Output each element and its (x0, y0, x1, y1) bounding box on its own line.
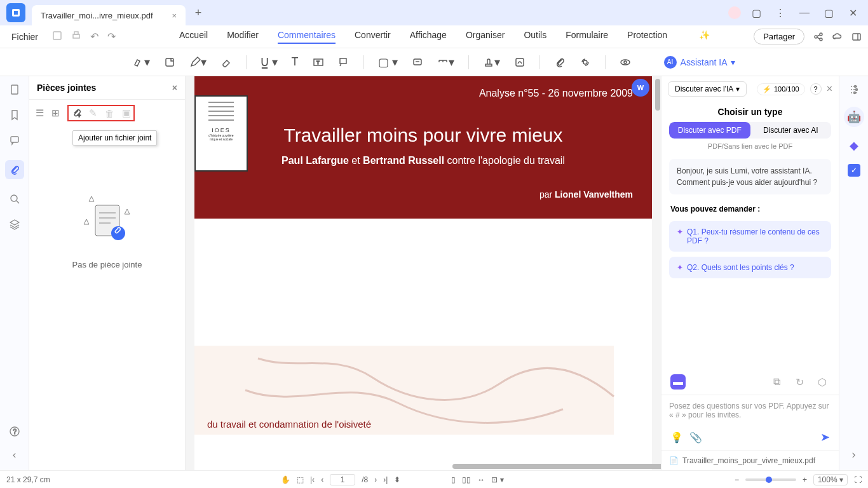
attach-expand-icon[interactable]: ⊞ (51, 107, 60, 119)
note-tool-icon[interactable] (164, 57, 175, 68)
ai-settings-icon[interactable]: ⬡ (815, 374, 830, 390)
ai-mode-dropdown[interactable]: Discuter avec l'IA ▾ (668, 81, 747, 97)
stamp-tool-icon[interactable]: ▾ (483, 55, 500, 69)
convert-word-badge[interactable]: W (632, 79, 649, 97)
more-icon[interactable]: ⋮ (771, 4, 789, 22)
bookmarks-icon[interactable] (9, 109, 20, 121)
save-icon[interactable] (52, 30, 62, 43)
next-page-icon[interactable]: › (374, 475, 377, 484)
measure-tool-icon[interactable]: ▾ (437, 55, 454, 69)
attachments-panel-icon[interactable] (5, 160, 24, 179)
cloud-icon[interactable] (832, 32, 843, 42)
ai-history-icon[interactable]: ↻ (792, 374, 807, 390)
underline-tool-icon[interactable]: U̲ ▾ (261, 55, 278, 69)
link-tool-icon[interactable] (580, 57, 591, 68)
close-panel-icon[interactable]: × (172, 83, 177, 93)
text-tool-icon[interactable]: T (292, 55, 299, 69)
zoom-percent[interactable]: 100% ▾ (813, 474, 848, 485)
menu-outils[interactable]: Outils (524, 30, 546, 44)
ai-suggestion-1[interactable]: ✦Q1. Peux-tu résumer le contenu de ces P… (669, 221, 831, 252)
close-window-icon[interactable]: ✕ (844, 4, 862, 22)
menu-organiser[interactable]: Organiser (466, 30, 505, 44)
properties-icon[interactable] (848, 84, 860, 95)
sticky-note-icon[interactable] (412, 57, 423, 68)
comments-panel-icon[interactable] (9, 135, 20, 146)
ai-tool-icon[interactable]: ◆ (850, 139, 858, 152)
fullscreen-icon[interactable]: ⛶ (854, 475, 862, 484)
new-tab-button[interactable]: + (191, 6, 206, 20)
last-page-icon[interactable]: ›| (383, 475, 388, 484)
ai-assistant-button[interactable]: AI Assistant IA ▾ (664, 56, 736, 69)
menu-protection[interactable]: Protection (627, 30, 667, 44)
signature-tool-icon[interactable] (514, 57, 526, 68)
file-menu[interactable]: Fichier (6, 29, 43, 44)
pencil-tool-icon[interactable]: ▾ (189, 55, 207, 69)
menu-commentaires[interactable]: Commentaires (278, 30, 336, 44)
user-avatar-icon[interactable] (728, 6, 741, 19)
ai-help-icon[interactable]: ? (810, 83, 822, 95)
collapse-right-icon[interactable]: › (852, 448, 856, 461)
ai-attach-icon[interactable]: 📎 (689, 431, 702, 444)
collapse-left-icon[interactable]: ‹ (13, 449, 17, 461)
share-button[interactable]: Partager (754, 29, 804, 44)
shape-tool-icon[interactable]: ▢ ▾ (378, 55, 398, 69)
layers-icon[interactable] (9, 219, 20, 230)
prev-page-icon[interactable]: ‹ (321, 475, 323, 484)
ai-toggle-general[interactable]: Discuter avec AI (750, 122, 832, 139)
maximize-icon[interactable]: ▢ (820, 4, 837, 22)
print-icon[interactable] (71, 30, 81, 43)
zoom-slider[interactable] (745, 478, 796, 481)
fit-width-icon[interactable]: ↔ (477, 475, 485, 484)
attach-tool-icon[interactable] (554, 57, 566, 68)
search-panel-icon[interactable] (9, 193, 20, 205)
thumbnails-icon[interactable] (9, 84, 20, 95)
ai-copy-icon[interactable]: ⧉ (769, 374, 784, 390)
add-attachment-icon[interactable]: + (71, 108, 81, 118)
page-number-input[interactable]: 1 (330, 474, 355, 485)
feedback-icon[interactable]: ▢ (747, 4, 765, 22)
document-tab[interactable]: Travailler_moi...ivre_mieux.pdf × (32, 5, 186, 25)
ai-toggle-pdf[interactable]: Discuter avec PDF (669, 122, 750, 139)
save-attachment-icon[interactable]: ▣ (122, 107, 131, 119)
undo-icon[interactable]: ↶ (90, 30, 98, 43)
edit-attachment-icon[interactable]: ✎ (89, 107, 97, 119)
minimize-icon[interactable]: ― (796, 4, 813, 22)
horizontal-scrollbar[interactable] (376, 463, 458, 470)
fit-page-icon[interactable]: ⊡ ▾ (491, 475, 503, 484)
zoom-in-icon[interactable]: + (803, 475, 807, 484)
ai-sparkle-icon[interactable]: ✨ (699, 30, 710, 44)
two-page-icon[interactable]: ▯▯ (462, 475, 471, 484)
share-icon[interactable] (813, 32, 824, 42)
menu-modifier[interactable]: Modifier (227, 30, 259, 44)
ai-input[interactable]: Posez des questions sur vos PDF. Appuyez… (661, 395, 839, 426)
panel-icon[interactable] (851, 32, 862, 42)
menu-accueil[interactable]: Accueil (179, 30, 208, 44)
first-page-icon[interactable]: |‹ (310, 475, 315, 484)
select-tool-icon[interactable]: ⬚ (297, 475, 304, 484)
highlight-tool-icon[interactable]: ▾ (133, 55, 150, 69)
zoom-out-icon[interactable]: − (735, 475, 739, 484)
help-icon[interactable]: ? (9, 426, 20, 437)
scroll-mode-icon[interactable]: ⬍ (394, 475, 400, 484)
attach-list-icon[interactable]: ☰ (36, 107, 44, 119)
ai-send-icon[interactable]: ➤ (820, 430, 830, 444)
ai-close-icon[interactable]: × (827, 83, 832, 95)
ai-check-icon[interactable]: ✓ (848, 164, 860, 177)
single-page-icon[interactable]: ▯ (451, 475, 456, 484)
ai-suggestion-2[interactable]: ✦Q2. Quels sont les points clés ? (669, 257, 831, 278)
ai-robot-icon[interactable]: 🤖 (844, 107, 864, 127)
ai-idea-icon[interactable]: 💡 (670, 431, 683, 444)
eraser-tool-icon[interactable] (220, 57, 232, 68)
hand-tool-icon[interactable]: ✋ (281, 475, 290, 484)
textbox-tool-icon[interactable]: T (313, 57, 324, 68)
menu-formulaire[interactable]: Formulaire (566, 30, 608, 44)
show-hide-tool-icon[interactable] (620, 57, 631, 68)
tab-close-icon[interactable]: × (172, 11, 177, 20)
redo-icon[interactable]: ↷ (107, 30, 116, 43)
delete-attachment-icon[interactable]: 🗑 (105, 108, 114, 119)
vertical-scrollbar[interactable] (654, 76, 661, 470)
pdf-viewport[interactable]: Analyse n°55 - 26 novembre 2009 IOES d'h… (186, 76, 661, 470)
callout-tool-icon[interactable] (338, 57, 349, 68)
menu-affichage[interactable]: Affichage (410, 30, 447, 44)
ai-chat-icon[interactable]: ▬ (670, 374, 686, 390)
